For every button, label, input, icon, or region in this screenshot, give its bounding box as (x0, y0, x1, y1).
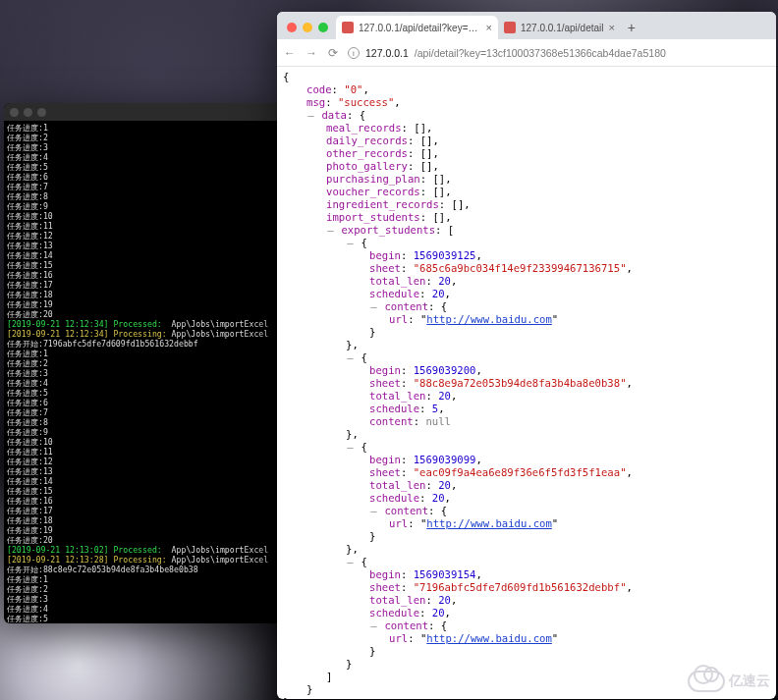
watermark-text: 亿速云 (729, 673, 770, 690)
terminal-window: 任务进度:1 任务进度:2 任务进度:3 任务进度:4 任务进度:5 任务进度:… (4, 103, 283, 623)
address-bar[interactable]: i 127.0.0.1/api/detail?key=13cf100037368… (348, 47, 770, 59)
window-close-button[interactable] (287, 23, 297, 32)
browser-window: 127.0.0.1/api/detail?key=13cf10 × 127.0.… (277, 12, 776, 699)
back-button[interactable]: ← (283, 46, 297, 60)
site-info-icon[interactable]: i (348, 47, 360, 59)
cloud-icon (688, 671, 725, 692)
terminal-titlebar[interactable] (4, 103, 283, 121)
browser-tab-inactive[interactable]: 127.0.0.1/api/detail × (498, 16, 621, 39)
reload-button[interactable]: ⟳ (326, 46, 340, 60)
window-zoom-button[interactable] (318, 23, 328, 32)
close-icon[interactable]: × (486, 22, 492, 33)
tab-title: 127.0.0.1/api/detail (521, 23, 604, 33)
close-icon[interactable]: × (609, 22, 615, 33)
browser-tab-active[interactable]: 127.0.0.1/api/detail?key=13cf10 × (336, 16, 498, 39)
new-tab-button[interactable]: + (621, 20, 642, 39)
browser-traffic-lights (287, 23, 328, 32)
terminal-traffic-min[interactable] (24, 108, 32, 117)
tab-title: 127.0.0.1/api/detail?key=13cf10 (359, 23, 481, 33)
favicon-icon (342, 22, 354, 33)
forward-button[interactable]: → (305, 46, 318, 60)
browser-tabstrip: 127.0.0.1/api/detail?key=13cf10 × 127.0.… (277, 12, 776, 39)
terminal-traffic-close[interactable] (10, 108, 19, 117)
favicon-icon (504, 22, 516, 33)
url-path: /api/detail?key=13cf100037368e51366cab4d… (415, 47, 666, 59)
url-host: 127.0.0.1 (365, 47, 409, 59)
terminal-output[interactable]: 任务进度:1 任务进度:2 任务进度:3 任务进度:4 任务进度:5 任务进度:… (4, 121, 283, 623)
window-minimize-button[interactable] (303, 23, 312, 32)
terminal-traffic-max[interactable] (37, 108, 46, 117)
browser-toolbar: ← → ⟳ i 127.0.0.1/api/detail?key=13cf100… (277, 39, 776, 67)
json-viewer[interactable]: {code: "0",msg: "success",– data: {meal_… (277, 67, 776, 699)
watermark-logo: 亿速云 (688, 671, 770, 692)
